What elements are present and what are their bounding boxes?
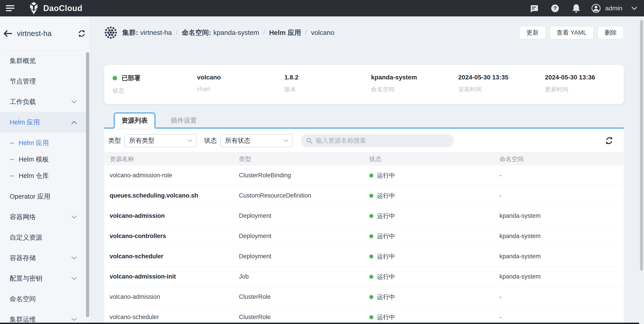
column-header-type: 类型 bbox=[234, 153, 364, 165]
sidebar-item-helm-repos[interactable]: Helm 仓库 bbox=[0, 168, 90, 184]
brand: DaoCloud bbox=[28, 2, 82, 15]
sidebar-item-namespaces[interactable]: 命名空间 bbox=[0, 289, 90, 309]
table-header: 资源名称 类型 状态 命名空间 bbox=[104, 152, 624, 165]
tab-resource-list[interactable]: 资源列表 bbox=[114, 112, 155, 128]
delete-button[interactable]: 删除 bbox=[598, 26, 624, 39]
svg-text:?: ? bbox=[553, 5, 557, 11]
sidebar-item-container-storage[interactable]: 容器存储 bbox=[0, 248, 90, 268]
table-row: volcano-scheduler Deployment 运行中 kpanda-… bbox=[104, 246, 624, 267]
status-dot bbox=[369, 315, 373, 319]
main-scrollbar bbox=[639, 16, 644, 324]
chevron-up-icon bbox=[72, 121, 77, 124]
refresh-icon[interactable] bbox=[604, 136, 614, 145]
status-dot bbox=[369, 255, 373, 259]
tab-plugin-settings[interactable]: 插件设置 bbox=[171, 113, 197, 128]
sidebar-item-container-network[interactable]: 容器网络 bbox=[0, 207, 90, 227]
back-arrow-icon[interactable] bbox=[2, 29, 12, 38]
breadcrumb-namespace-value[interactable]: kpanda-system bbox=[213, 29, 259, 36]
status-dot bbox=[369, 275, 373, 279]
user-menu-chevron-down-icon[interactable] bbox=[632, 6, 637, 10]
status-filter-select[interactable]: 所有状态 bbox=[220, 134, 292, 147]
sidebar-helm-subgroup: Helm 应用 Helm 模板 Helm 仓库 bbox=[0, 133, 90, 186]
status-dot bbox=[112, 76, 117, 80]
sidebar-item-helm-templates[interactable]: Helm 模板 bbox=[0, 151, 90, 168]
app-root: DaoCloud ? bbox=[0, 0, 644, 324]
search-icon bbox=[306, 137, 312, 144]
breadcrumb-row: 集群: virtnest-ha / 命名空间: kpanda-system / … bbox=[104, 24, 624, 42]
sidebar-header: virtnest-ha bbox=[0, 16, 90, 50]
info-field-status: 已部署 状态 bbox=[112, 74, 140, 95]
search-box bbox=[301, 134, 454, 147]
sidebar-item-helm-apps-group[interactable]: Helm 应用 bbox=[0, 112, 90, 133]
sidebar-nav: 集群概览 节点管理 工作负载 Helm 应用 Helm 应用 bbox=[0, 51, 90, 324]
breadcrumb-separator: / bbox=[305, 29, 307, 36]
table-row: volcano-admission ClusterRole 运行中 - bbox=[104, 287, 624, 307]
cluster-name: virtnest-ha bbox=[17, 29, 52, 38]
info-field-install-time: 2024-05-30 13:35 安装时间 bbox=[458, 74, 508, 93]
dash-icon bbox=[10, 159, 14, 160]
resource-list-panel: 类型 所有类型 状态 所有状态 bbox=[104, 129, 624, 323]
info-field-namespace: kpanda-system 命名空间 bbox=[371, 74, 417, 93]
column-header-namespace: 命名空间 bbox=[494, 153, 624, 165]
breadcrumb: 集群: virtnest-ha / 命名空间: kpanda-system / … bbox=[122, 28, 334, 37]
main-content: 集群: virtnest-ha / 命名空间: kpanda-system / … bbox=[90, 16, 644, 324]
info-field-update-time: 2024-05-30 13:36 更新时间 bbox=[545, 74, 595, 93]
sidebar-item-cluster-overview[interactable]: 集群概览 bbox=[0, 51, 90, 71]
filter-row: 类型 所有类型 状态 所有状态 bbox=[104, 129, 624, 147]
status-dot bbox=[369, 234, 373, 238]
status-dot bbox=[369, 194, 373, 198]
page-actions: 更新 查看 YAML 删除 bbox=[516, 26, 624, 39]
sidebar-item-config-secrets[interactable]: 配置与密钥 bbox=[0, 268, 90, 289]
breadcrumb-cluster-label: 集群: bbox=[122, 28, 138, 37]
notifications-bell-icon[interactable] bbox=[572, 3, 581, 13]
chevron-down-icon bbox=[284, 139, 288, 142]
topbar-right: ? admin bbox=[518, 3, 637, 13]
sidebar: virtnest-ha 集群概览 节点管理 工作负载 bbox=[0, 16, 90, 324]
help-icon[interactable]: ? bbox=[550, 3, 560, 13]
info-field-version: 1.8.2 版本 bbox=[284, 74, 298, 93]
chevron-down-icon bbox=[188, 139, 192, 142]
sidebar-item-workloads[interactable]: 工作负载 bbox=[0, 92, 90, 112]
user-name[interactable]: admin bbox=[605, 5, 622, 12]
chevron-down-icon bbox=[72, 277, 77, 280]
type-filter-select[interactable]: 所有类型 bbox=[124, 134, 196, 147]
table-row: volcano-admission-init Job 运行中 kpanda-sy… bbox=[104, 267, 624, 287]
bottom-edge-strip bbox=[0, 323, 639, 324]
chevron-down-icon bbox=[72, 318, 77, 321]
cluster-dots-icon bbox=[104, 26, 117, 39]
messages-icon[interactable] bbox=[529, 3, 538, 13]
daocloud-logo-icon bbox=[28, 2, 40, 15]
status-dot bbox=[369, 173, 373, 178]
type-filter-label: 类型 bbox=[108, 136, 121, 145]
sidebar-scrollbar-thumb[interactable] bbox=[86, 52, 89, 317]
breadcrumb-namespace-label: 命名空间: bbox=[182, 28, 211, 37]
sidebar-item-cluster-ops[interactable]: 集群运维 bbox=[0, 309, 90, 324]
breadcrumb-separator: / bbox=[176, 29, 178, 36]
table-row: volcano-admission Deployment 运行中 kpanda-… bbox=[104, 206, 624, 226]
status-filter-label: 状态 bbox=[204, 136, 217, 145]
info-field-chart: volcano chart bbox=[197, 74, 221, 92]
user-avatar[interactable] bbox=[591, 3, 601, 13]
breadcrumb-cluster-value[interactable]: virtnest-ha bbox=[140, 29, 172, 36]
sidebar-item-custom-resources[interactable]: 自定义资源 bbox=[0, 227, 90, 248]
column-header-name: 资源名称 bbox=[104, 153, 234, 165]
main-scrollbar-thumb[interactable] bbox=[640, 20, 643, 271]
table-row: queues.scheduling.volcano.sh CustomResou… bbox=[104, 186, 624, 206]
breadcrumb-separator: / bbox=[263, 29, 265, 36]
view-yaml-button[interactable]: 查看 YAML bbox=[550, 26, 594, 39]
switch-cluster-icon[interactable] bbox=[77, 29, 86, 38]
update-button[interactable]: 更新 bbox=[520, 26, 546, 39]
column-header-status: 状态 bbox=[364, 153, 494, 165]
sidebar-item-operator-apps[interactable]: Operator 应用 bbox=[0, 186, 90, 207]
hamburger-menu-icon[interactable] bbox=[6, 4, 14, 12]
topbar: DaoCloud ? bbox=[0, 0, 644, 16]
sidebar-item-node-management[interactable]: 节点管理 bbox=[0, 71, 90, 92]
basic-info-card: 已部署 状态 volcano chart 1.8.2 版本 kpanda-sys… bbox=[104, 65, 624, 104]
chevron-down-icon bbox=[72, 100, 77, 103]
table-row: volcano-scheduler ClusterRole 运行中 - bbox=[104, 307, 624, 323]
breadcrumb-section[interactable]: Helm 应用 bbox=[269, 28, 301, 37]
search-input[interactable] bbox=[316, 137, 442, 144]
sidebar-item-helm-apps[interactable]: Helm 应用 bbox=[0, 135, 90, 151]
dash-icon bbox=[10, 143, 14, 144]
dash-icon bbox=[10, 176, 14, 176]
